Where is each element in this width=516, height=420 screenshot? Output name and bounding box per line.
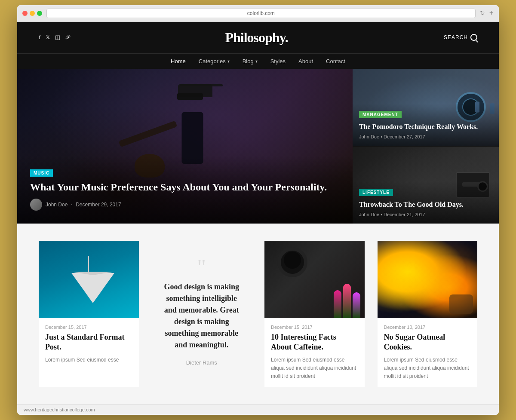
search-label: SEARCH [444,34,468,40]
nav-item-categories[interactable]: Categories ▾ [199,58,230,64]
nav-about-label: About [298,58,313,64]
coffee-post-content: December 15, 2017 10 Interesting Facts A… [264,318,365,387]
facebook-icon[interactable]: f [39,34,40,41]
quote-card: " Good design is making something intell… [152,241,252,387]
side-top-tag: MANAGEMENT [359,111,402,118]
side-top-author: John Doe [359,134,379,139]
twitter-icon[interactable]: 𝕏 [46,34,50,41]
posts-grid: December 15, 2017 Just a Standard Format… [39,241,477,387]
hero-main-title: What Your Music Preference Says About Yo… [30,181,340,193]
hero-main-tag: MUSIC [30,169,53,177]
cookies-post-image [378,241,478,318]
side-article-top[interactable]: MANAGEMENT The Pomodoro Technique Really… [353,69,499,147]
add-tab-button[interactable]: + [489,9,494,18]
hero-side: MANAGEMENT The Pomodoro Technique Really… [353,69,499,224]
nav-styles-label: Styles [270,58,286,64]
side-bottom-date: December 21, 2017 [384,212,425,217]
nav-categories-label: Categories [199,58,226,64]
coffee-post-excerpt: Lorem ipsum Sed eiusmod esse aliqua sed … [271,356,358,381]
lamp-post-excerpt: Lorem ipsum Sed eiusmod esse [45,356,132,364]
lamp-post-card[interactable]: December 15, 2017 Just a Standard Format… [39,241,139,387]
quote-text: Good design is making something intellig… [160,281,243,351]
search-button[interactable]: SEARCH [444,34,477,41]
side-bottom-title: Throwback To The Good Old Days. [359,200,492,209]
hero-main-meta: John Doe • December 29, 2017 [30,199,340,211]
lamp-shape [71,256,106,303]
dot-close[interactable] [22,11,28,16]
coffee-post-image [264,241,365,318]
hero-main-post[interactable]: MUSIC What Your Music Preference Says Ab… [17,69,353,224]
search-icon [470,34,477,41]
lamp-post-image [39,241,139,318]
quote-marks: " [197,262,206,273]
hero-section: MUSIC What Your Music Preference Says Ab… [17,69,499,224]
dot-maximize[interactable] [37,11,42,16]
footer-bar: www.heritagechristiancollege.com [17,404,499,415]
instagram-icon[interactable]: ◫ [55,34,60,41]
hero-main-avatar [30,199,42,211]
lamp-cord [88,256,89,273]
social-icons: f 𝕏 ◫ 𝒫 [39,34,69,41]
content-section: December 15, 2017 Just a Standard Format… [17,224,499,404]
cookies-post-content: December 10, 2017 No Sugar Oatmeal Cooki… [378,318,478,387]
nav-blog-label: Blog [243,58,254,64]
url-bar[interactable]: colorlib.com [46,9,476,18]
dot-minimize[interactable] [30,11,35,16]
nav-item-contact[interactable]: Contact [326,58,345,64]
nav-home-label: Home [171,58,186,64]
side-article-bottom-overlay: LIFESTYLE Throwback To The Good Old Days… [353,181,499,224]
hero-main-date: December 29, 2017 [76,202,121,208]
coffee-post-card[interactable]: December 15, 2017 10 Interesting Facts A… [264,241,365,387]
side-bottom-meta: John Doe • December 21, 2017 [359,212,492,217]
hero-main-author: John Doe [46,202,68,208]
refresh-button[interactable]: ↻ [480,9,485,17]
side-top-meta: John Doe • December 27, 2017 [359,134,492,139]
side-top-date: December 27, 2017 [384,134,425,139]
nav-contact-label: Contact [326,58,345,64]
lamp-post-content: December 15, 2017 Just a Standard Format… [39,318,139,371]
cookies-post-card[interactable]: December 10, 2017 No Sugar Oatmeal Cooki… [378,241,478,387]
quote-author: Dieter Rams [186,359,217,366]
site-header: f 𝕏 ◫ 𝒫 Philosophy. SEARCH [17,22,499,53]
cookies-post-date: December 10, 2017 [384,325,471,330]
cookies-post-excerpt: Lorem ipsum Sed eiusmod esse aliqua sed … [384,356,471,381]
side-bottom-tag: LIFESTYLE [359,189,393,196]
side-article-bottom[interactable]: LIFESTYLE Throwback To The Good Old Days… [353,147,499,224]
coffee-post-date: December 15, 2017 [271,325,358,330]
pinterest-icon[interactable]: 𝒫 [65,34,69,41]
nav-item-home[interactable]: Home [171,58,186,64]
browser-window: colorlib.com ↻ + f 𝕏 ◫ 𝒫 Philosophy. SEA… [17,5,499,415]
cookies-post-title: No Sugar Oatmeal Cookies. [384,332,471,353]
coffee-post-title: 10 Interesting Facts About Caffeine. [271,332,358,353]
hero-main-overlay: MUSIC What Your Music Preference Says Ab… [17,156,353,224]
nav-item-styles[interactable]: Styles [270,58,286,64]
separator: • [71,202,72,206]
footer-url: www.heritagechristiancollege.com [24,407,95,412]
lamp-post-title: Just a Standard Format Post. [45,332,132,353]
lamp-shade [71,273,114,303]
chevron-down-icon: ▾ [255,59,258,64]
chevron-down-icon: ▾ [227,59,230,64]
browser-dots [22,11,42,16]
browser-chrome: colorlib.com ↻ + [17,5,499,22]
side-bottom-author: John Doe [359,212,379,217]
side-article-top-overlay: MANAGEMENT The Pomodoro Technique Really… [353,104,499,146]
nav-item-blog[interactable]: Blog ▾ [243,58,258,64]
side-top-title: The Pomodoro Technique Really Works. [359,123,492,132]
nav-item-about[interactable]: About [298,58,313,64]
site-logo: Philosophy. [225,30,288,46]
site-nav: Home Categories ▾ Blog ▾ Styles About Co… [17,53,499,69]
lamp-post-date: December 15, 2017 [45,325,132,330]
